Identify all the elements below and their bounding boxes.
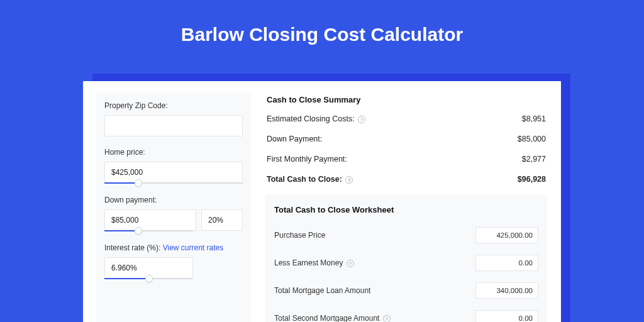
worksheet-row: Total Second Mortgage Amount ? [274,310,538,322]
down-payment-slider[interactable] [104,230,193,231]
field-zip: Property Zip Code: [104,101,243,136]
interest-label-text: Interest rate (%): [104,243,163,252]
worksheet-row: Less Earnest Money ? [274,255,538,271]
summary-total-value: $96,928 [518,175,546,184]
summary-row: Down Payment: $85,000 [265,135,547,143]
summary-label: Down Payment: [267,135,322,143]
home-price-input[interactable] [104,162,243,183]
summary-row: First Monthly Payment: $2,977 [265,155,547,164]
page-title: Barlow Closing Cost Calculator [0,0,644,60]
inputs-panel: Property Zip Code: Home price: Down paym… [96,92,252,322]
info-icon[interactable]: ? [383,315,391,322]
down-payment-percent-input[interactable] [201,209,243,231]
worksheet-row: Total Mortgage Loan Amount [274,282,538,299]
summary-label: First Monthly Payment: [267,155,347,164]
summary-total-row: Total Cash to Close: ? $96,928 [265,175,547,184]
slider-thumb-icon[interactable] [135,179,142,187]
results-panel: Cash to Close Summary Estimated Closing … [265,92,547,322]
summary-total-label: Total Cash to Close: ? [267,175,353,184]
worksheet-label: Total Mortgage Loan Amount [274,286,370,295]
worksheet-title: Total Cash to Close Worksheet [274,205,538,214]
summary-value: $85,000 [518,135,546,143]
field-home-price: Home price: [104,148,243,184]
field-interest-rate: Interest rate (%): View current rates [104,243,243,280]
purchase-price-input[interactable] [475,227,538,243]
summary-value: $2,977 [522,155,546,164]
down-payment-amount-input[interactable] [104,209,196,231]
zip-input[interactable] [104,115,243,136]
slider-thumb-icon[interactable] [135,227,142,235]
home-price-label: Home price: [104,148,243,157]
info-icon[interactable]: ? [347,260,354,267]
info-icon[interactable]: ? [358,116,365,123]
worksheet-label: Purchase Price [274,231,325,240]
worksheet-panel: Total Cash to Close Worksheet Purchase P… [265,195,547,322]
interest-rate-slider[interactable] [104,278,193,279]
worksheet-row: Purchase Price [274,227,538,243]
zip-label: Property Zip Code: [104,101,243,110]
earnest-money-input[interactable] [475,255,538,271]
calculator-card: Property Zip Code: Home price: Down paym… [83,81,561,322]
worksheet-label: Total Second Mortgage Amount ? [274,314,391,322]
summary-title: Cash to Close Summary [267,95,547,104]
home-price-slider[interactable] [104,182,243,184]
summary-value: $8,951 [522,114,546,123]
slider-thumb-icon[interactable] [145,275,153,282]
info-icon[interactable]: ? [345,176,353,184]
view-rates-link[interactable]: View current rates [163,243,224,252]
down-payment-label: Down payment: [104,196,243,204]
summary-row: Estimated Closing Costs: ? $8,951 [265,114,547,123]
summary-label: Estimated Closing Costs: ? [267,114,365,123]
mortgage-amount-input[interactable] [475,282,538,299]
interest-label: Interest rate (%): View current rates [104,243,243,252]
second-mortgage-input[interactable] [475,310,538,322]
field-down-payment: Down payment: [104,196,243,232]
worksheet-label: Less Earnest Money ? [274,258,354,267]
